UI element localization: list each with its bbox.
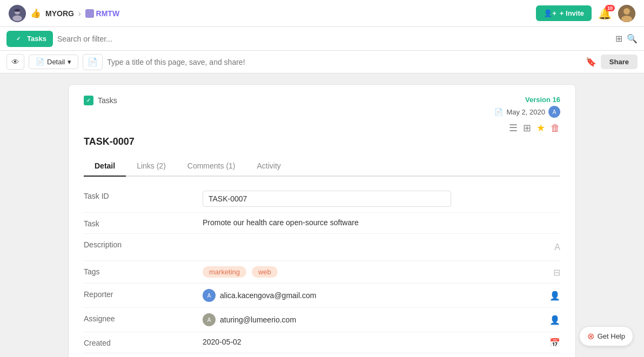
field-label-tags: Tags (84, 266, 203, 276)
tag-web[interactable]: web (252, 266, 278, 278)
list-icon: ☰ (509, 123, 518, 133)
assignee-avatar: A (203, 313, 216, 326)
grid-view-button[interactable]: ⊞ (615, 33, 622, 44)
share-button[interactable]: Share (601, 55, 638, 69)
tasks-button[interactable]: ✓ Tasks (6, 31, 53, 47)
tasks-icon: ✓ (13, 33, 24, 44)
user-menu-avatar[interactable] (618, 5, 635, 22)
tab-detail[interactable]: Detail (84, 156, 126, 177)
grid-icon: ⊞ (615, 34, 622, 43)
nav-left: 👍 MYORG › RMTW (9, 5, 119, 22)
save-icon: 📄 (88, 57, 98, 66)
field-row-assignee: Assignee A aturing@lumeerio.com 👤 (84, 308, 560, 332)
field-label-reporter: Reporter (84, 289, 203, 299)
tags-icon: ⊟ (553, 267, 560, 277)
field-value-task-id (203, 191, 560, 207)
preview-button[interactable]: 👁 (6, 54, 24, 70)
person-icon-assignee: 👤 (549, 315, 560, 325)
main-toolbar: ✓ Tasks ⊞ 🔍 (0, 27, 644, 51)
sub-toolbar: 👁 📄 Detail ▾ 📄 🔖 Share (0, 51, 644, 73)
tab-comments[interactable]: Comments (1) (177, 156, 246, 177)
field-label-assignee: Assignee (84, 313, 203, 323)
top-nav: 👍 MYORG › RMTW 👤+ + Invite 🔔 10 (0, 0, 644, 27)
project-icon (85, 9, 94, 18)
file-icon: 📄 (494, 108, 503, 116)
table-view-button[interactable]: ⊞ (523, 122, 531, 134)
text-format-icon: A (554, 243, 560, 252)
list-view-button[interactable]: ☰ (509, 122, 518, 134)
toolbar-actions: ⊞ 🔍 (615, 33, 638, 44)
field-row-task-id: Task ID (84, 185, 560, 213)
get-help-button[interactable]: ⊗ Get Help (579, 326, 633, 346)
tab-activity[interactable]: Activity (246, 156, 292, 177)
field-label-description: Description (84, 239, 203, 249)
field-label-task-id: Task ID (84, 191, 203, 200)
bookmark-button[interactable]: 🔖 (586, 57, 596, 67)
field-value-task: Promote our health care open-source soft… (203, 218, 560, 227)
field-row-updated: Updated 2021-02-27 📅 (84, 353, 560, 357)
search-icon: 🔍 (627, 34, 638, 43)
task-fields: Task ID Task Promote our health care ope… (84, 185, 560, 357)
org-name: MYORG (45, 9, 74, 18)
trash-icon: 🗑 (551, 123, 560, 133)
card-header-right: Version 16 📄 May 2, 2020 A ☰ ⊞ ★ (494, 96, 560, 134)
task-date: May 2, 2020 (506, 108, 545, 116)
field-label-task: Task (84, 218, 203, 228)
reporter-avatar: A (203, 289, 216, 302)
tasks-sm-icon: ✓ (84, 96, 93, 105)
search-wrap (57, 35, 611, 43)
search-button[interactable]: 🔍 (627, 33, 638, 44)
save-document-button[interactable]: 📄 (83, 54, 103, 70)
task-id-input[interactable] (203, 191, 451, 207)
tabs-bar: Detail Links (2) Comments (1) Activity (84, 156, 560, 177)
assignee-email: aturing@lumeerio.com (220, 315, 296, 324)
svg-point-2 (12, 15, 22, 21)
page-title-input[interactable] (107, 58, 581, 66)
svg-point-6 (621, 16, 632, 22)
field-value-assignee: A aturing@lumeerio.com (203, 313, 560, 326)
document-icon: 📄 (36, 58, 44, 66)
card-header-left: ✓ Tasks (84, 96, 117, 105)
chevron-down-icon: ▾ (68, 58, 71, 66)
field-value-created: 2020-05-02 (203, 338, 560, 346)
field-row-description: Description A (84, 234, 560, 261)
bookmark-icon: 🔖 (586, 57, 596, 66)
notifications-badge: 10 (605, 5, 615, 11)
notifications-button[interactable]: 🔔 10 (598, 7, 612, 20)
person-icon-reporter: 👤 (549, 291, 560, 301)
project-name: RMTW (85, 9, 120, 18)
field-row-created: Created 2020-05-02 📅 (84, 332, 560, 353)
field-row-task: Task Promote our health care open-source… (84, 213, 560, 234)
like-icon: 👍 (30, 8, 41, 18)
delete-button[interactable]: 🗑 (551, 123, 560, 134)
date-row: 📄 May 2, 2020 A (494, 106, 560, 118)
user-avatar-nav[interactable] (9, 5, 26, 22)
detail-button[interactable]: 📄 Detail ▾ (29, 55, 78, 69)
star-button[interactable]: ★ (536, 122, 545, 134)
breadcrumb-tasks: Tasks (98, 96, 117, 105)
field-value-tags: marketing web (203, 266, 560, 278)
search-input[interactable] (57, 35, 611, 43)
invite-button[interactable]: 👤+ + Invite (536, 5, 592, 21)
calendar-icon-created: 📅 (549, 338, 560, 348)
invite-icon: 👤+ (544, 9, 556, 17)
reporter-email: alica.kacengova@gmail.com (220, 291, 316, 300)
main-content: ✓ Tasks Version 16 📄 May 2, 2020 A ☰ ⊞ (0, 73, 644, 357)
eye-icon: 👁 (11, 57, 19, 66)
card-actions: ☰ ⊞ ★ 🗑 (494, 122, 560, 134)
breadcrumb-separator: › (78, 9, 81, 18)
star-icon: ★ (536, 123, 545, 133)
field-row-tags: Tags marketing web ⊟ (84, 261, 560, 284)
tab-links[interactable]: Links (2) (126, 156, 177, 177)
help-icon: ⊗ (587, 331, 594, 341)
assignee-info: A aturing@lumeerio.com (203, 313, 560, 326)
table-icon: ⊞ (523, 123, 531, 133)
date-avatar: A (548, 106, 560, 118)
nav-right: 👤+ + Invite 🔔 10 (536, 5, 635, 22)
version-label: Version 16 (494, 96, 560, 104)
task-card: ✓ Tasks Version 16 📄 May 2, 2020 A ☰ ⊞ (68, 84, 576, 357)
task-id-heading: TASK-0007 (84, 136, 560, 147)
field-row-reporter: Reporter A alica.kacengova@gmail.com 👤 (84, 284, 560, 308)
reporter-info: A alica.kacengova@gmail.com (203, 289, 560, 302)
tag-marketing[interactable]: marketing (203, 266, 246, 278)
